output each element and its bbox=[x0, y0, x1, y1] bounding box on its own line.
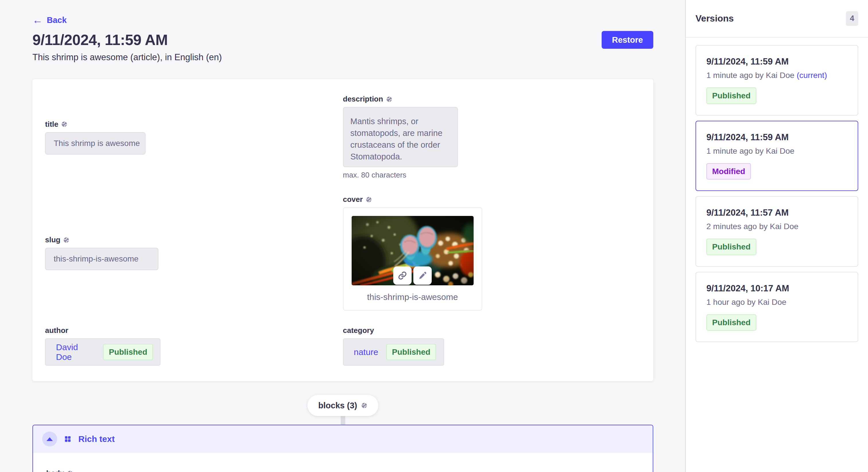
category-label: category bbox=[343, 326, 641, 335]
version-status-badge: Published bbox=[706, 239, 756, 255]
rich-text-block: Rich text body bbox=[32, 425, 653, 472]
copy-link-button[interactable] bbox=[393, 266, 412, 285]
category-status-badge: Published bbox=[386, 344, 436, 361]
author-relation-box: David Doe Published bbox=[45, 338, 160, 366]
restore-button[interactable]: Restore bbox=[601, 31, 653, 49]
version-meta-text: 1 minute ago by Kai Doe bbox=[706, 146, 795, 156]
field-category: category nature Published bbox=[343, 326, 641, 366]
field-title: title This shrimp is awesome bbox=[45, 120, 343, 155]
globe-icon bbox=[366, 196, 372, 203]
description-label-text: description bbox=[343, 95, 383, 103]
blocks-pill-label: blocks (3) bbox=[318, 401, 357, 410]
main-panel: ← Back 9/11/2024, 11:59 AM Restore This … bbox=[0, 0, 685, 472]
back-arrow-icon: ← bbox=[32, 15, 43, 25]
version-card-4[interactable]: 9/11/2024, 10:17 AM 1 hour ago by Kai Do… bbox=[695, 272, 858, 342]
version-card-1[interactable]: 9/11/2024, 11:59 AM 1 minute ago by Kai … bbox=[695, 45, 858, 115]
category-label-text: category bbox=[343, 326, 374, 335]
version-meta-text: 2 minutes ago by Kai Doe bbox=[706, 222, 799, 231]
edit-media-button[interactable] bbox=[413, 266, 432, 285]
globe-icon bbox=[63, 237, 69, 243]
version-current-label: (current) bbox=[797, 71, 827, 80]
version-date: 9/11/2024, 10:17 AM bbox=[706, 283, 847, 294]
collapse-block-button[interactable] bbox=[42, 432, 57, 446]
version-meta-text: 1 hour ago by Kai Doe bbox=[706, 298, 786, 307]
blocks-zone-header: blocks (3) bbox=[32, 395, 653, 416]
pencil-icon bbox=[418, 271, 427, 280]
author-label: author bbox=[45, 326, 343, 335]
cover-caption: this-shrimp-is-awesome bbox=[352, 292, 474, 302]
versions-header: Versions 4 bbox=[686, 0, 868, 38]
author-label-text: author bbox=[45, 326, 68, 335]
app-root: ← Back 9/11/2024, 11:59 AM Restore This … bbox=[0, 0, 868, 472]
versions-title: Versions bbox=[695, 13, 734, 24]
slug-input: this-shrimp-is-awesome bbox=[45, 248, 158, 270]
version-status-badge: Published bbox=[706, 314, 756, 331]
back-link[interactable]: ← Back bbox=[32, 15, 67, 25]
link-icon bbox=[398, 271, 407, 280]
field-author: author David Doe Published bbox=[45, 326, 343, 366]
category-relation-box: nature Published bbox=[343, 338, 444, 366]
version-date: 9/11/2024, 11:59 AM bbox=[706, 57, 847, 67]
page-subtitle: This shrimp is awesome (article), in Eng… bbox=[32, 52, 653, 63]
category-link[interactable]: nature bbox=[354, 347, 378, 357]
blocks-connector bbox=[341, 416, 345, 425]
field-slug: slug this-shrimp-is-awesome bbox=[45, 235, 343, 270]
versions-sidebar: Versions 4 9/11/2024, 11:59 AM 1 minute … bbox=[685, 0, 868, 472]
title-label: title bbox=[45, 120, 343, 129]
title-label-text: title bbox=[45, 120, 58, 129]
version-meta-text: 1 minute ago by Kai Doe bbox=[706, 71, 795, 80]
grid-icon bbox=[64, 435, 71, 443]
cover-label: cover bbox=[343, 195, 641, 204]
version-card-2[interactable]: 9/11/2024, 11:59 AM 1 minute ago by Kai … bbox=[695, 121, 858, 191]
back-label: Back bbox=[47, 15, 67, 25]
body-label-text: body bbox=[46, 469, 64, 472]
blocks-pill: blocks (3) bbox=[307, 395, 378, 416]
field-cover: cover bbox=[343, 195, 641, 310]
version-card-3[interactable]: 9/11/2024, 11:57 AM 2 minutes ago by Kai… bbox=[695, 196, 858, 267]
page-title: 9/11/2024, 11:59 AM bbox=[32, 31, 167, 48]
cover-image bbox=[352, 216, 474, 285]
cover-actions bbox=[393, 266, 432, 285]
rich-text-block-body: body bbox=[33, 453, 653, 472]
version-date: 9/11/2024, 11:59 AM bbox=[706, 132, 847, 142]
entry-fields-card: title This shrimp is awesome description… bbox=[32, 79, 653, 381]
version-date: 9/11/2024, 11:57 AM bbox=[706, 208, 847, 218]
version-meta: 2 minutes ago by Kai Doe bbox=[706, 222, 847, 231]
globe-icon bbox=[386, 96, 392, 102]
version-status-badge: Modified bbox=[706, 163, 751, 180]
page-header: 9/11/2024, 11:59 AM Restore bbox=[32, 31, 653, 49]
cover-label-text: cover bbox=[343, 195, 363, 204]
description-textarea: Mantis shrimps, or stomatopods, are mari… bbox=[343, 107, 458, 167]
caret-up-icon bbox=[46, 437, 53, 441]
rich-text-block-title: Rich text bbox=[79, 434, 115, 444]
author-link[interactable]: David Doe bbox=[56, 342, 95, 362]
body-label: body bbox=[46, 469, 640, 472]
author-status-badge: Published bbox=[103, 344, 153, 361]
description-hint: max. 80 characters bbox=[343, 171, 641, 179]
slug-label-text: slug bbox=[45, 235, 60, 244]
title-input: This shrimp is awesome bbox=[45, 132, 146, 155]
versions-count-badge: 4 bbox=[846, 11, 858, 26]
rich-text-block-header: Rich text bbox=[33, 425, 653, 453]
cover-media-card: this-shrimp-is-awesome bbox=[343, 207, 482, 310]
globe-icon bbox=[361, 402, 367, 409]
field-description: description Mantis shrimps, or stomatopo… bbox=[343, 95, 641, 179]
version-meta: 1 minute ago by Kai Doe (current) bbox=[706, 71, 847, 80]
description-label: description bbox=[343, 95, 641, 103]
version-status-badge: Published bbox=[706, 88, 756, 104]
version-meta: 1 hour ago by Kai Doe bbox=[706, 298, 847, 307]
slug-label: slug bbox=[45, 235, 343, 244]
version-meta: 1 minute ago by Kai Doe bbox=[706, 146, 847, 156]
version-list: 9/11/2024, 11:59 AM 1 minute ago by Kai … bbox=[686, 38, 868, 349]
globe-icon bbox=[67, 470, 73, 472]
globe-icon bbox=[61, 121, 67, 127]
